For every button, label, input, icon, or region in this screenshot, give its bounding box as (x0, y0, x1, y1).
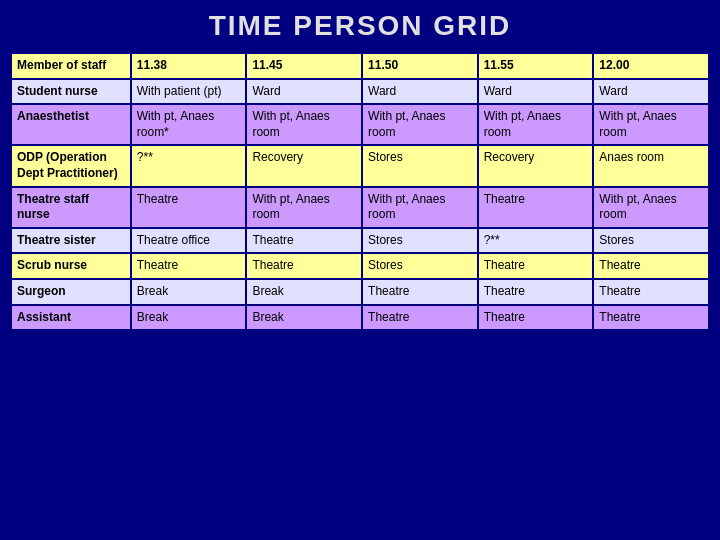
header-time-3: 11.50 (362, 53, 478, 79)
table-cell: With pt, Anaes room* (131, 104, 247, 145)
header-time-5: 12.00 (593, 53, 709, 79)
table-cell: With pt, Anaes room (246, 187, 362, 228)
row-label: Anaesthetist (11, 104, 131, 145)
table-cell: Stores (593, 228, 709, 254)
row-label: Scrub nurse (11, 253, 131, 279)
table-cell: Theatre (478, 305, 594, 331)
page: TIME PERSON GRID Member of staff 11.38 1… (0, 0, 720, 540)
table-cell: Theatre (362, 279, 478, 305)
table-cell: With pt, Anaes room (246, 104, 362, 145)
table-cell: With pt, Anaes room (593, 187, 709, 228)
table-cell: Break (131, 279, 247, 305)
table-cell: Stores (362, 145, 478, 186)
table-cell: Break (246, 279, 362, 305)
table-cell: With pt, Anaes room (478, 104, 594, 145)
table-row: ODP (Operation Dept Practitioner)?**Reco… (11, 145, 709, 186)
table-cell: Theatre office (131, 228, 247, 254)
table-row: SurgeonBreakBreakTheatreTheatreTheatre (11, 279, 709, 305)
table-cell: Recovery (246, 145, 362, 186)
table-cell: ?** (478, 228, 594, 254)
table-row: Theatre sisterTheatre officeTheatreStore… (11, 228, 709, 254)
table-cell: Ward (478, 79, 594, 105)
row-label: Surgeon (11, 279, 131, 305)
table-cell: Theatre (478, 187, 594, 228)
table-row: Scrub nurseTheatreTheatreStoresTheatreTh… (11, 253, 709, 279)
table-cell: With pt, Anaes room (362, 187, 478, 228)
table-cell: Theatre (478, 279, 594, 305)
table-cell: With pt, Anaes room (593, 104, 709, 145)
table-cell: Anaes room (593, 145, 709, 186)
table-cell: Theatre (478, 253, 594, 279)
table-row: AssistantBreakBreakTheatreTheatreTheatre (11, 305, 709, 331)
table-cell: Break (246, 305, 362, 331)
table-cell: ?** (131, 145, 247, 186)
table-row: AnaesthetistWith pt, Anaes room*With pt,… (11, 104, 709, 145)
row-label: Theatre staff nurse (11, 187, 131, 228)
table-cell: Recovery (478, 145, 594, 186)
row-label: Assistant (11, 305, 131, 331)
table-cell: With pt, Anaes room (362, 104, 478, 145)
table-row: Student nurseWith patient (pt)WardWardWa… (11, 79, 709, 105)
header-time-1: 11.38 (131, 53, 247, 79)
table-cell: Theatre (593, 279, 709, 305)
row-label: Student nurse (11, 79, 131, 105)
table-cell: Theatre (593, 305, 709, 331)
table-cell: Stores (362, 253, 478, 279)
table-cell: Theatre (246, 253, 362, 279)
table-cell: Theatre (131, 187, 247, 228)
page-title: TIME PERSON GRID (209, 10, 512, 42)
table-cell: Ward (246, 79, 362, 105)
table-cell: With patient (pt) (131, 79, 247, 105)
table-cell: Theatre (362, 305, 478, 331)
header-label: Member of staff (11, 53, 131, 79)
table-cell: Theatre (246, 228, 362, 254)
row-label: ODP (Operation Dept Practitioner) (11, 145, 131, 186)
header-row: Member of staff 11.38 11.45 11.50 11.55 … (11, 53, 709, 79)
table-cell: Ward (362, 79, 478, 105)
header-time-2: 11.45 (246, 53, 362, 79)
table-cell: Break (131, 305, 247, 331)
row-label: Theatre sister (11, 228, 131, 254)
table-cell: Stores (362, 228, 478, 254)
table-cell: Theatre (131, 253, 247, 279)
header-time-4: 11.55 (478, 53, 594, 79)
table-row: Theatre staff nurseTheatreWith pt, Anaes… (11, 187, 709, 228)
table-cell: Theatre (593, 253, 709, 279)
time-person-grid: Member of staff 11.38 11.45 11.50 11.55 … (10, 52, 710, 331)
table-cell: Ward (593, 79, 709, 105)
